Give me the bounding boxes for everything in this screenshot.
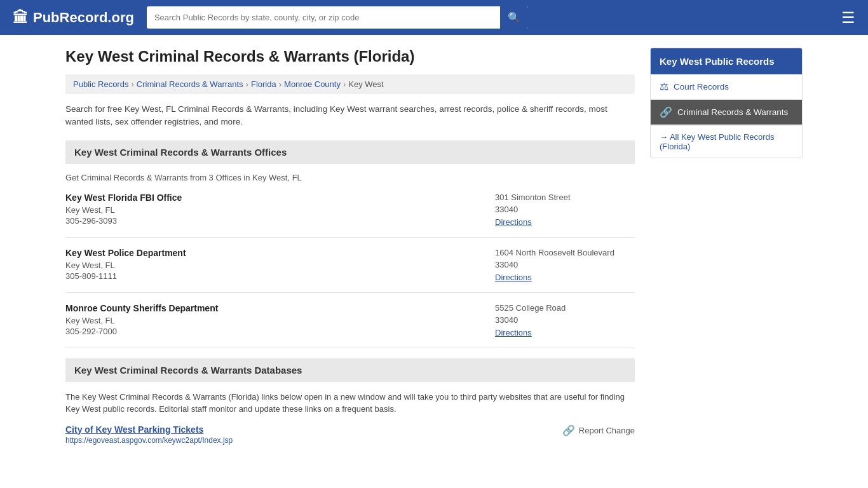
sidebar-item-criminal-records[interactable]: 🔗 Criminal Records & Warrants (651, 100, 802, 125)
link-icon: 🔗 (660, 106, 672, 118)
office-name-1: Key West Florida FBI Office (65, 193, 182, 203)
office-address-1: 301 Simonton Street (495, 193, 635, 202)
search-bar: 🔍 (147, 6, 528, 29)
offices-section-header: Key West Criminal Records & Warrants Off… (65, 140, 635, 164)
breadcrumb-florida[interactable]: Florida (251, 79, 276, 89)
sidebar-court-records-label: Court Records (674, 82, 729, 92)
search-button[interactable]: 🔍 (500, 6, 528, 29)
directions-link-2[interactable]: Directions (495, 273, 532, 282)
page-wrapper: Key West Criminal Records & Warrants (Fl… (53, 35, 815, 461)
office-right-2: 1604 North Roosevelt Boulevard 33040 Dir… (495, 248, 635, 282)
office-entry-3: Monroe County Sheriffs Department Key We… (65, 303, 635, 348)
office-name-2: Key West Police Department (65, 248, 186, 258)
office-phone-3: 305-292-7000 (65, 327, 218, 336)
office-phone-2: 305-809-1111 (65, 271, 186, 281)
sidebar-box: Key West Public Records ⚖ Court Records … (650, 48, 803, 158)
sidebar-all-records[interactable]: → All Key West Public Records (Florida) (651, 125, 802, 158)
databases-description: The Key West Criminal Records & Warrants… (65, 391, 635, 416)
databases-section-header: Key West Criminal Records & Warrants Dat… (65, 358, 635, 382)
office-right-3: 5525 College Road 33040 Directions (495, 303, 635, 337)
office-zip-2: 33040 (495, 260, 635, 269)
office-city-2: Key West, FL (65, 261, 186, 270)
database-url-1: https://egoveast.aspgov.com/keywc2apt/In… (65, 436, 233, 445)
breadcrumb-key-west: Key West (348, 79, 383, 89)
scales-icon: ⚖ (660, 81, 668, 93)
office-right-1: 301 Simonton Street 33040 Directions (495, 193, 635, 227)
sidebar-title: Key West Public Records (651, 48, 802, 74)
database-entry-1: City of Key West Parking Tickets https:/… (65, 424, 635, 445)
breadcrumb-public-records[interactable]: Public Records (73, 79, 128, 89)
logo-text: PubRecord.org (33, 10, 134, 26)
office-address-3: 5525 College Road (495, 303, 635, 313)
search-input[interactable] (147, 8, 500, 27)
office-city-1: Key West, FL (65, 205, 182, 215)
directions-link-1[interactable]: Directions (495, 217, 532, 227)
site-header: 🏛 PubRecord.org 🔍 ☰ (0, 0, 868, 35)
office-phone-1: 305-296-3093 (65, 216, 182, 226)
report-icon: 🔗 (562, 424, 575, 437)
databases-section: Key West Criminal Records & Warrants Dat… (65, 358, 635, 445)
office-name-3: Monroe County Sheriffs Department (65, 303, 218, 313)
sidebar: Key West Public Records ⚖ Court Records … (650, 48, 803, 449)
page-title: Key West Criminal Records & Warrants (Fl… (65, 48, 635, 65)
office-left-3: Monroe County Sheriffs Department Key We… (65, 303, 218, 336)
report-change-label: Report Change (579, 426, 635, 435)
breadcrumb-monroe-county[interactable]: Monroe County (284, 79, 341, 89)
page-description: Search for free Key West, FL Criminal Re… (65, 103, 635, 129)
office-left-2: Key West Police Department Key West, FL … (65, 248, 186, 281)
directions-link-3[interactable]: Directions (495, 328, 532, 337)
breadcrumb-criminal-records[interactable]: Criminal Records & Warrants (137, 79, 243, 89)
office-city-3: Key West, FL (65, 316, 218, 325)
office-entry-2: Key West Police Department Key West, FL … (65, 248, 635, 293)
office-entry-1: Key West Florida FBI Office Key West, FL… (65, 193, 635, 238)
database-info-1: City of Key West Parking Tickets https:/… (65, 424, 233, 445)
office-zip-3: 33040 (495, 315, 635, 325)
sidebar-all-records-label: → All Key West Public Records (Florida) (660, 132, 793, 151)
breadcrumb: Public Records › Criminal Records & Warr… (65, 74, 635, 94)
sidebar-item-court-records[interactable]: ⚖ Court Records (651, 74, 802, 100)
sidebar-criminal-records-label: Criminal Records & Warrants (677, 107, 788, 117)
report-change-button[interactable]: 🔗 Report Change (562, 424, 635, 437)
office-address-2: 1604 North Roosevelt Boulevard (495, 248, 635, 257)
office-left-1: Key West Florida FBI Office Key West, FL… (65, 193, 182, 226)
office-zip-1: 33040 (495, 205, 635, 214)
hamburger-menu[interactable]: ☰ (841, 9, 855, 27)
building-icon: 🏛 (13, 9, 28, 27)
main-content: Key West Criminal Records & Warrants (Fl… (65, 48, 635, 449)
database-link-1[interactable]: City of Key West Parking Tickets (65, 424, 203, 435)
site-logo[interactable]: 🏛 PubRecord.org (13, 9, 134, 27)
office-count-text: Get Criminal Records & Warrants from 3 O… (65, 173, 635, 182)
